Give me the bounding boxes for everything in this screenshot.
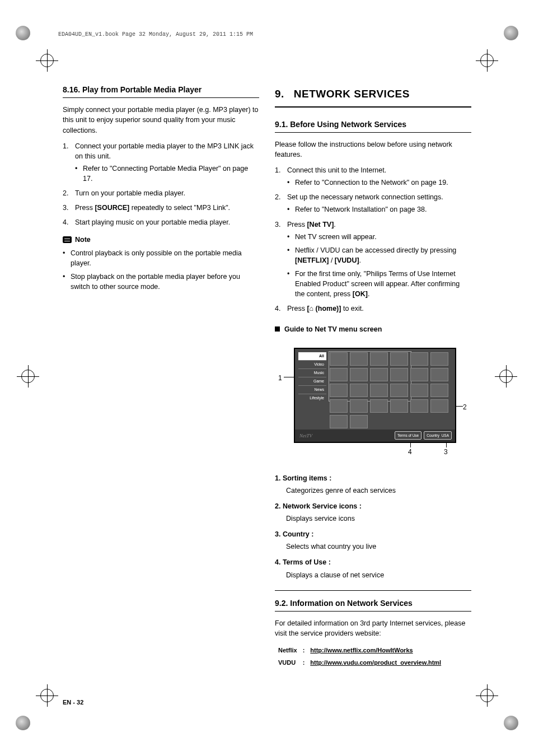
substep: For the first time only, "Philips Terms … xyxy=(287,269,471,299)
step-bold: [SOURCE] xyxy=(95,204,129,212)
step: 2. Turn on your portable media player. xyxy=(63,188,259,198)
page-content: 8.16. Play from Portable Media Player Si… xyxy=(63,84,471,689)
link-url[interactable]: http://www.netflix.com/HowItWorks xyxy=(310,647,413,654)
footer-lang: EN xyxy=(63,699,71,706)
substep: Netflix / VUDU can be accessed directly … xyxy=(287,245,471,265)
def-text: Categorizes genre of each services xyxy=(275,486,471,496)
divider xyxy=(275,590,471,591)
registration-mark-icon xyxy=(21,370,35,383)
square-bullet-icon xyxy=(275,326,280,332)
chapter-9-title: 9. NETWORK SERVICES xyxy=(275,84,471,108)
right-column: 9. NETWORK SERVICES 9.1. Before Using Ne… xyxy=(275,84,471,689)
service-tile xyxy=(330,384,348,397)
service-tile xyxy=(390,399,408,413)
service-tile xyxy=(330,415,348,428)
chapter-name: NETWORK SERVICES xyxy=(294,88,410,100)
link-name: VUDU xyxy=(276,657,299,669)
service-tile xyxy=(390,368,408,381)
terms-of-use-button: Terms of Use xyxy=(395,431,421,440)
def-term: 3. Country : xyxy=(275,529,471,539)
step-number: 4. xyxy=(63,217,68,227)
note-heading: Note xyxy=(63,235,259,245)
service-tile xyxy=(410,399,428,413)
registration-mark-icon xyxy=(40,689,54,702)
net-tv-logo: NetTV xyxy=(299,432,312,440)
link-row: Netflix : http://www.netflix.com/HowItWo… xyxy=(276,645,443,656)
substep: Net TV screen will appear. xyxy=(287,232,471,242)
note-label: Note xyxy=(75,235,91,245)
service-tile xyxy=(370,352,388,366)
callout-2: 2 xyxy=(463,403,467,412)
service-tile xyxy=(350,384,368,397)
note-item: Control playback is only possible on the… xyxy=(63,248,259,268)
step-text: to exit. xyxy=(341,305,363,312)
corner-ornament xyxy=(504,26,518,40)
step-number: 3. xyxy=(275,220,280,230)
step-text: Start playing music on your portable med… xyxy=(75,218,230,226)
step: 2. Set up the necessary network connecti… xyxy=(275,192,471,214)
step-text: Set up the necessary network connection … xyxy=(287,193,443,201)
section-9-1-steps: 1. Connect this unit to the Internet. Re… xyxy=(275,165,471,314)
link-name: Netflix xyxy=(276,645,299,656)
step-number: 1. xyxy=(63,141,68,151)
service-tile xyxy=(350,368,368,381)
def-term: 4. Terms of Use : xyxy=(275,557,471,567)
service-tile xyxy=(350,399,368,413)
link-url[interactable]: http://www.vudu.com/product_overview.htm… xyxy=(310,659,441,666)
step: 4. Press [⌂ (home)] to exit. xyxy=(275,304,471,314)
step: 4. Start playing music on your portable … xyxy=(63,217,259,227)
callout-1: 1 xyxy=(278,374,282,383)
def-text: Displays a clause of net service xyxy=(275,570,471,580)
service-tile xyxy=(330,352,348,366)
sorting-sidebar: All Video Music Game News Lifestyle xyxy=(298,352,326,403)
service-tile xyxy=(390,352,408,366)
substep: Refer to "Connection to the Network" on … xyxy=(287,178,471,188)
corner-ornament xyxy=(16,26,30,40)
service-tile xyxy=(430,368,448,381)
step-bold: [⌂ (home)] xyxy=(307,305,341,312)
def-term: 1. Sorting items : xyxy=(275,473,471,483)
step-text: Connect your portable media player to th… xyxy=(75,142,254,160)
service-tile xyxy=(430,352,448,366)
note-icon xyxy=(63,236,72,243)
service-tile xyxy=(410,384,428,397)
step-text: Press xyxy=(287,221,307,228)
link-sep: : xyxy=(301,645,307,656)
screen-footer: NetTV Terms of Use Country USA xyxy=(295,430,455,442)
service-tile xyxy=(330,368,348,381)
step-number: 3. xyxy=(63,203,68,213)
guide-heading: Guide to Net TV menu screen xyxy=(275,324,471,334)
callout-3: 3 xyxy=(444,447,448,457)
service-tile xyxy=(350,415,368,428)
step-number: 2. xyxy=(275,192,280,202)
left-column: 8.16. Play from Portable Media Player Si… xyxy=(63,84,259,689)
crop-header: EDA04UD_EN_v1.book Page 32 Monday, Augus… xyxy=(58,31,253,38)
service-icon-grid xyxy=(330,352,452,428)
step-text: . xyxy=(334,221,335,228)
corner-ornament xyxy=(16,716,30,730)
sidebar-item: Music xyxy=(298,368,326,377)
section-9-2-title: 9.2. Information on Network Services xyxy=(275,598,471,609)
divider xyxy=(275,611,471,612)
corner-ornament xyxy=(504,716,518,730)
sidebar-item: Game xyxy=(298,377,326,385)
footer-page-number: 32 xyxy=(77,699,83,706)
registration-mark-icon xyxy=(499,370,513,383)
service-tile xyxy=(430,384,448,397)
service-tile xyxy=(430,399,448,413)
substep: Refer to "Network Installation" on page … xyxy=(287,204,471,214)
section-8-16-intro: Simply connect your portable media playe… xyxy=(63,105,259,135)
section-8-16-title: 8.16. Play from Portable Media Player xyxy=(63,84,259,98)
callout-definitions: 1. Sorting items : Categorizes genre of … xyxy=(275,473,471,580)
service-tile xyxy=(370,399,388,413)
chapter-number: 9. xyxy=(275,86,291,102)
registration-mark-icon xyxy=(480,54,494,67)
sidebar-item: Lifestyle xyxy=(298,394,326,402)
step-number: 2. xyxy=(63,188,68,198)
country-button: Country USA xyxy=(424,431,452,440)
section-9-1-intro: Please follow the instructions below bef… xyxy=(275,139,471,160)
link-sep: : xyxy=(301,657,307,669)
section-8-16-steps: 1. Connect your portable media player to… xyxy=(63,141,259,228)
callout-4: 4 xyxy=(408,447,412,457)
def-text: Displays service icons xyxy=(275,514,471,524)
